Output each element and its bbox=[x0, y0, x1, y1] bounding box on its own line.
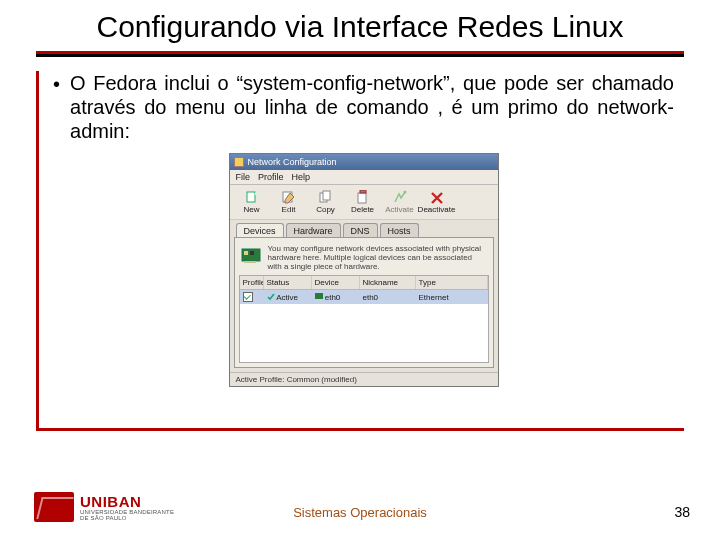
cell-device-text: eth0 bbox=[325, 293, 341, 302]
network-card-icon bbox=[241, 244, 263, 266]
activate-icon bbox=[392, 190, 408, 204]
tab-hosts[interactable]: Hosts bbox=[380, 223, 419, 237]
menu-profile[interactable]: Profile bbox=[258, 172, 284, 182]
svg-rect-4 bbox=[358, 193, 366, 203]
toolbar-edit-label: Edit bbox=[282, 205, 296, 214]
edit-icon bbox=[281, 190, 297, 204]
pane-description-text: You may configure network devices associ… bbox=[268, 244, 487, 272]
cell-profile-check[interactable] bbox=[240, 290, 264, 304]
svg-rect-5 bbox=[360, 190, 366, 193]
toolbar-new-label: New bbox=[243, 205, 259, 214]
nic-icon bbox=[315, 292, 323, 300]
network-config-window: Network Configuration File Profile Help … bbox=[229, 153, 499, 388]
svg-rect-10 bbox=[244, 261, 256, 263]
svg-rect-0 bbox=[247, 192, 255, 202]
device-table: Profile Status Device Nickname Type Acti… bbox=[239, 275, 489, 363]
toolbar-deactivate-label: Deactivate bbox=[418, 205, 456, 214]
menubar: File Profile Help bbox=[230, 170, 498, 185]
bullet-marker: • bbox=[53, 71, 60, 143]
svg-rect-11 bbox=[315, 293, 323, 299]
toolbar-activate-button[interactable]: Activate bbox=[383, 188, 417, 216]
toolbar-copy-label: Copy bbox=[316, 205, 335, 214]
col-status[interactable]: Status bbox=[264, 276, 312, 289]
copy-icon bbox=[318, 190, 334, 204]
delete-icon bbox=[355, 190, 371, 204]
svg-rect-9 bbox=[250, 251, 254, 255]
slide: Configurando via Interface Redes Linux •… bbox=[0, 0, 720, 540]
cell-status-text: Active bbox=[276, 293, 298, 302]
window-titlebar[interactable]: Network Configuration bbox=[230, 154, 498, 170]
toolbar-delete-button[interactable]: Delete bbox=[346, 188, 380, 216]
tab-dns[interactable]: DNS bbox=[343, 223, 378, 237]
toolbar: New Edit Copy Delete bbox=[230, 185, 498, 220]
cell-device: eth0 bbox=[312, 290, 360, 304]
status-active-icon bbox=[267, 293, 275, 301]
toolbar-edit-button[interactable]: Edit bbox=[272, 188, 306, 216]
toolbar-deactivate-button[interactable]: Deactivate bbox=[420, 188, 454, 216]
toolbar-new-button[interactable]: New bbox=[235, 188, 269, 216]
tab-pane-devices: You may configure network devices associ… bbox=[234, 237, 494, 369]
col-nickname[interactable]: Nickname bbox=[360, 276, 416, 289]
tabbar: Devices Hardware DNS Hosts bbox=[230, 220, 498, 237]
deactivate-icon bbox=[429, 190, 445, 204]
col-profile[interactable]: Profile bbox=[240, 276, 264, 289]
footer-course-title: Sistemas Operacionais bbox=[0, 505, 720, 520]
slide-body: • O Fedora inclui o “system-config-netwo… bbox=[36, 71, 684, 431]
toolbar-activate-label: Activate bbox=[385, 205, 413, 214]
slide-footer: UNIBAN UNIVERSIDADE BANDEIRANTE DE SÃO P… bbox=[0, 492, 720, 522]
window-app-icon bbox=[234, 157, 244, 167]
svg-rect-8 bbox=[244, 251, 248, 255]
slide-title: Configurando via Interface Redes Linux bbox=[0, 10, 720, 45]
cell-type: Ethernet bbox=[416, 291, 488, 304]
screenshot-container: Network Configuration File Profile Help … bbox=[53, 153, 674, 388]
col-device[interactable]: Device bbox=[312, 276, 360, 289]
checkbox-checked-icon[interactable] bbox=[243, 292, 253, 302]
window-title: Network Configuration bbox=[248, 157, 337, 167]
bullet-text: O Fedora inclui o “system-config-network… bbox=[70, 71, 674, 143]
toolbar-delete-label: Delete bbox=[351, 205, 374, 214]
statusbar: Active Profile: Common (modified) bbox=[230, 372, 498, 386]
menu-file[interactable]: File bbox=[236, 172, 251, 182]
table-header: Profile Status Device Nickname Type bbox=[240, 276, 488, 290]
svg-point-6 bbox=[403, 190, 406, 193]
bullet-item: • O Fedora inclui o “system-config-netwo… bbox=[53, 71, 674, 143]
cell-status: Active bbox=[264, 291, 312, 304]
new-icon bbox=[244, 190, 260, 204]
toolbar-copy-button[interactable]: Copy bbox=[309, 188, 343, 216]
svg-rect-3 bbox=[323, 191, 330, 200]
cell-nickname: eth0 bbox=[360, 291, 416, 304]
table-row[interactable]: Active eth0 eth0 Ethernet bbox=[240, 290, 488, 304]
menu-help[interactable]: Help bbox=[292, 172, 311, 182]
col-type[interactable]: Type bbox=[416, 276, 488, 289]
tab-devices[interactable]: Devices bbox=[236, 223, 284, 237]
table-empty-area bbox=[240, 304, 488, 362]
tab-hardware[interactable]: Hardware bbox=[286, 223, 341, 237]
pane-description: You may configure network devices associ… bbox=[239, 242, 489, 276]
title-underline bbox=[36, 51, 684, 57]
